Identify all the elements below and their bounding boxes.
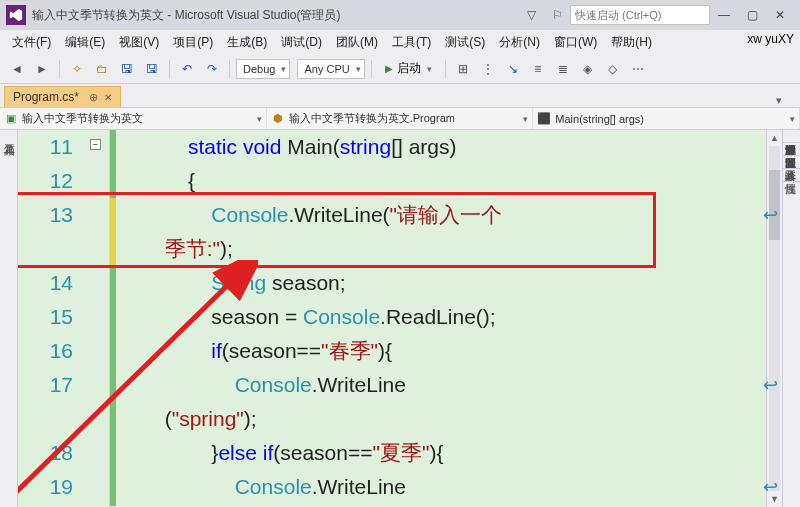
window-title: 输入中文季节转换为英文 - Microsoft Visual Studio(管理… xyxy=(32,7,341,24)
line-number: 16 xyxy=(18,334,73,368)
step-icon[interactable]: ↘ xyxy=(502,58,524,80)
side-rail-tab[interactable]: 属性 xyxy=(783,169,800,182)
outline-collapse-icon[interactable]: − xyxy=(90,139,101,150)
pin-icon[interactable]: ⊕ xyxy=(89,91,98,104)
tool-icon-1[interactable]: ⊞ xyxy=(452,58,474,80)
menu-item[interactable]: 编辑(E) xyxy=(59,32,111,53)
line-number: 15 xyxy=(18,300,73,334)
side-rail-tab[interactable]: 解决方案资源管理器 xyxy=(783,130,800,143)
tool-icon-3[interactable]: ◇ xyxy=(602,58,624,80)
nav-class-combo[interactable]: ⬢ 输入中文季节转换为英文.Program xyxy=(267,108,534,129)
vertical-scrollbar[interactable]: ▲ ▼ xyxy=(766,130,782,507)
menu-item[interactable]: 分析(N) xyxy=(493,32,546,53)
menu-item[interactable]: 团队(M) xyxy=(330,32,384,53)
tool-icon-2[interactable]: ⋮ xyxy=(477,58,499,80)
bookmark-icon[interactable]: ◈ xyxy=(577,58,599,80)
platform-combo[interactable]: Any CPU xyxy=(297,59,364,79)
line-number: 19 xyxy=(18,470,73,507)
comment-icon[interactable]: ≡ xyxy=(527,58,549,80)
line-number: 13 xyxy=(18,198,73,266)
uncomment-icon[interactable]: ≣ xyxy=(552,58,574,80)
config-combo[interactable]: Debug xyxy=(236,59,290,79)
line-number-gutter: 111213141516171819 xyxy=(18,130,110,507)
minimize-button[interactable]: — xyxy=(710,5,738,25)
maximize-button[interactable]: ▢ xyxy=(738,5,766,25)
user-name[interactable]: xw yu xyxy=(747,32,778,46)
user-avatar[interactable]: XY xyxy=(778,32,794,46)
scroll-up-icon[interactable]: ▲ xyxy=(767,130,782,146)
play-icon: ▶ xyxy=(385,63,393,74)
close-button[interactable]: ✕ xyxy=(766,5,794,25)
menu-item[interactable]: 调试(D) xyxy=(275,32,328,53)
tabstrip-dropdown-icon[interactable]: ▾ xyxy=(776,94,782,107)
main-toolbar: ◄ ► ✧ 🗀 🖫 🖫 ↶ ↷ Debug Any CPU ▶ 启动 ▾ ⊞ ⋮… xyxy=(0,54,800,84)
line-number: 17 xyxy=(18,368,73,436)
line-number: 14 xyxy=(18,266,73,300)
menu-item[interactable]: 工具(T) xyxy=(386,32,437,53)
document-tabstrip: Program.cs* ⊕ ✕ ▾ xyxy=(0,84,800,108)
line-number: 18 xyxy=(18,436,73,470)
wrap-indicator-icon: ↩ xyxy=(763,374,778,396)
menu-item[interactable]: 测试(S) xyxy=(439,32,491,53)
menu-item[interactable]: 文件(F) xyxy=(6,32,57,53)
wrap-indicator-icon: ↩ xyxy=(763,204,778,226)
feedback-icon[interactable]: ⚐ xyxy=(545,3,569,27)
tab-program-cs[interactable]: Program.cs* ⊕ ✕ xyxy=(4,86,121,107)
redo-button[interactable]: ↷ xyxy=(201,58,223,80)
toolbox-rail[interactable]: 工具箱 xyxy=(0,130,18,507)
csharp-project-icon: ▣ xyxy=(4,112,18,126)
menu-item[interactable]: 视图(V) xyxy=(113,32,165,53)
tab-label: Program.cs* xyxy=(13,90,79,104)
menu-item[interactable]: 生成(B) xyxy=(221,32,273,53)
tab-close-icon[interactable]: ✕ xyxy=(104,92,112,103)
open-file-button[interactable]: 🗀 xyxy=(91,58,113,80)
right-rail-container: 解决方案资源管理器团队资源管理器诊断工具属性 xyxy=(782,130,800,507)
editor-area: 工具箱 111213141516171819 − static void Mai… xyxy=(0,130,800,507)
notifications-icon[interactable]: ▽ xyxy=(519,3,543,27)
new-project-button[interactable]: ✧ xyxy=(66,58,88,80)
vs-logo-icon xyxy=(6,5,26,25)
save-all-button[interactable]: 🖫 xyxy=(141,58,163,80)
quick-launch-input[interactable] xyxy=(570,5,710,25)
side-rail-tab[interactable]: 团队资源管理器 xyxy=(783,143,800,156)
line-number: 11 xyxy=(18,130,73,164)
nav-back-button[interactable]: ◄ xyxy=(6,58,28,80)
code-editor[interactable]: 111213141516171819 − static void Main(st… xyxy=(18,130,800,507)
menu-item[interactable]: 项目(P) xyxy=(167,32,219,53)
code-nav-bar: ▣ 输入中文季节转换为英文 ⬢ 输入中文季节转换为英文.Program ⬛ Ma… xyxy=(0,108,800,130)
tool-icon-4[interactable]: ⋯ xyxy=(627,58,649,80)
titlebar: 输入中文季节转换为英文 - Microsoft Visual Studio(管理… xyxy=(0,0,800,30)
nav-member-combo[interactable]: ⬛ Main(string[] args) xyxy=(533,108,800,129)
menu-item[interactable]: 帮助(H) xyxy=(605,32,658,53)
start-label: 启动 xyxy=(397,60,421,77)
nav-fwd-button[interactable]: ► xyxy=(31,58,53,80)
nav-project-combo[interactable]: ▣ 输入中文季节转换为英文 xyxy=(0,108,267,129)
menu-item[interactable]: 窗口(W) xyxy=(548,32,603,53)
start-debug-button[interactable]: ▶ 启动 ▾ xyxy=(378,58,439,80)
class-icon: ⬢ xyxy=(271,112,285,126)
save-button[interactable]: 🖫 xyxy=(116,58,138,80)
wrap-indicator-icon: ↩ xyxy=(763,476,778,498)
menu-bar: 文件(F)编辑(E)视图(V)项目(P)生成(B)调试(D)团队(M)工具(T)… xyxy=(0,30,800,54)
line-number: 12 xyxy=(18,164,73,198)
side-rail-tab[interactable]: 诊断工具 xyxy=(783,156,800,169)
undo-button[interactable]: ↶ xyxy=(176,58,198,80)
code-content[interactable]: static void Main(string[] args) { Consol… xyxy=(118,130,782,507)
method-icon: ⬛ xyxy=(537,112,551,126)
